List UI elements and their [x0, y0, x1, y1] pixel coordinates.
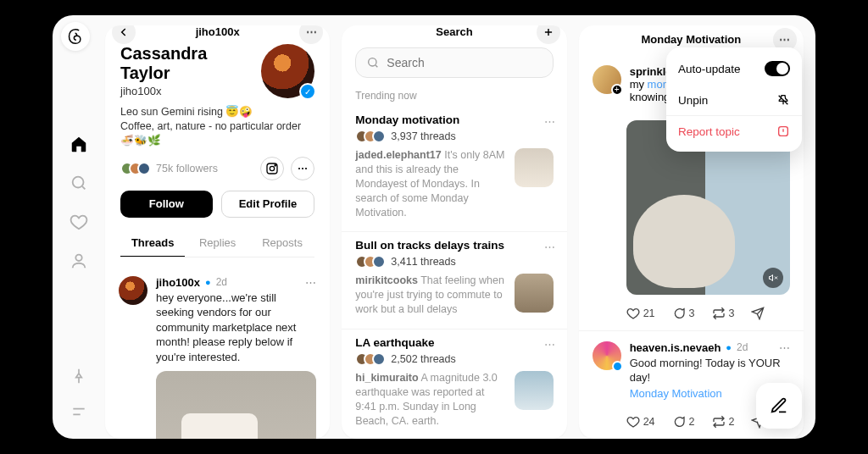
trend-count: 3,411 threads: [391, 256, 455, 268]
trend-thumbnail[interactable]: [515, 371, 554, 410]
profile-column-title: jiho100x: [196, 25, 240, 38]
search-icon: [366, 56, 380, 69]
share-button[interactable]: [751, 307, 765, 320]
like-button[interactable]: 21: [626, 307, 655, 320]
post-actions: 21 3 3: [579, 302, 804, 330]
auto-update-toggle[interactable]: [765, 61, 790, 76]
comment-button[interactable]: 2: [672, 415, 695, 429]
post-more-icon[interactable]: ⋯: [305, 276, 316, 289]
tab-reposts[interactable]: Reposts: [250, 230, 314, 257]
compose-button[interactable]: [756, 383, 802, 429]
post-avatar[interactable]: [119, 276, 147, 305]
svg-point-1: [75, 255, 81, 261]
trend-count: 3,937 threads: [391, 130, 455, 142]
report-icon: [776, 125, 790, 138]
search-column: Search Trending now Monday motivation ⋯ …: [342, 25, 566, 439]
repost-button[interactable]: 2: [712, 415, 735, 429]
post-username[interactable]: heaven.is.nevaeh: [630, 341, 721, 354]
profile-bio: Leo sun Gemini rising 😇🤪 Coffee, art, na…: [120, 105, 314, 148]
tab-replies[interactable]: Replies: [185, 230, 249, 257]
trend-thumbnail[interactable]: [515, 148, 554, 187]
svg-point-6: [302, 168, 303, 169]
mute-icon[interactable]: [763, 268, 783, 288]
like-button[interactable]: 24: [626, 415, 655, 429]
verified-icon: ●: [205, 277, 211, 287]
search-nav-icon[interactable]: [69, 173, 89, 193]
svg-point-4: [275, 164, 275, 165]
trend-count: 2,502 threads: [391, 353, 455, 365]
nav-rail: [53, 15, 105, 439]
follow-plus-icon[interactable]: +: [611, 84, 623, 96]
trend-sample: mirikitcooks That feeling when you're ju…: [355, 274, 505, 317]
trend-avatars: [355, 352, 386, 366]
trend-thumbnail[interactable]: [515, 274, 554, 313]
menu-auto-update[interactable]: Auto-update: [666, 53, 802, 85]
trending-label: Trending now: [342, 81, 566, 107]
add-column-button[interactable]: [537, 25, 560, 44]
post-timestamp: 2d: [737, 341, 748, 353]
post-text: hey everyone...we're still seeking vendo…: [156, 291, 316, 365]
home-icon[interactable]: [69, 134, 89, 154]
trend-avatars: [355, 130, 386, 143]
column-options-menu: Auto-update Unpin Report topic: [666, 47, 802, 152]
svg-point-7: [305, 168, 307, 169]
trend-more-icon[interactable]: ⋯: [544, 338, 555, 351]
trend-sample: hi_kimuraito A magnitude 3.0 earthquake …: [355, 371, 505, 429]
trend-avatars: [355, 255, 386, 269]
trend-sample: jaded.elephant17 It's only 8AM and this …: [355, 148, 505, 219]
svg-point-8: [369, 58, 376, 66]
post-avatar[interactable]: +: [593, 65, 621, 94]
verified-icon: ●: [726, 342, 732, 352]
threads-logo-icon[interactable]: [61, 22, 90, 51]
trend-item[interactable]: Bull on tracks delays trains ⋯ 3,411 thr…: [342, 231, 566, 329]
trend-more-icon[interactable]: ⋯: [544, 115, 555, 128]
unpin-icon: [776, 93, 790, 107]
display-name: Cassandra Taylor: [120, 44, 261, 83]
menu-report-topic[interactable]: Report topic: [666, 115, 802, 147]
svg-point-3: [270, 166, 275, 170]
trend-item[interactable]: LA earthquake ⋯ 2,502 threads hi_kimurai…: [342, 329, 566, 439]
followers-count[interactable]: 75k followers: [120, 162, 218, 175]
activity-icon[interactable]: [69, 212, 89, 232]
post-avatar[interactable]: [593, 341, 621, 370]
svg-point-5: [298, 168, 300, 169]
profile-handle: jiho100x: [120, 85, 261, 97]
verified-badge-icon: ✓: [299, 83, 316, 100]
edit-profile-button[interactable]: Edit Profile: [221, 191, 315, 218]
follower-avatars: [120, 162, 151, 175]
tab-threads[interactable]: Threads: [120, 230, 185, 257]
follow-button[interactable]: Follow: [120, 191, 213, 218]
post-image[interactable]: [156, 371, 316, 439]
profile-nav-icon[interactable]: [69, 251, 89, 271]
trend-title: Monday motivation: [355, 114, 553, 126]
profile-post[interactable]: jiho100x ● 2d ⋯ hey everyone...we're sti…: [105, 266, 330, 439]
search-column-header: Search: [342, 25, 566, 39]
profile-column: jiho100x ⋯ Cassandra Taylor jiho100x ✓ L…: [105, 25, 330, 439]
post-timestamp: 2d: [216, 276, 227, 288]
search-input-wrapper[interactable]: [355, 47, 553, 78]
post-text: Good morning! Today is YOUR day!: [630, 356, 790, 385]
repost-button[interactable]: 3: [712, 307, 735, 320]
verified-badge-icon: [612, 361, 623, 372]
pin-icon[interactable]: [69, 366, 89, 386]
post-more-icon[interactable]: ⋯: [779, 341, 790, 354]
topic-column-title: Monday Motivation: [641, 33, 741, 46]
menu-unpin[interactable]: Unpin: [666, 85, 802, 115]
profile-avatar[interactable]: ✓: [261, 44, 315, 98]
menu-lines-icon[interactable]: [69, 401, 89, 422]
search-column-title: Search: [436, 25, 472, 38]
post-username[interactable]: jiho100x: [156, 276, 200, 289]
trend-more-icon[interactable]: ⋯: [544, 241, 555, 253]
trend-title: LA earthquake: [355, 336, 553, 349]
comment-button[interactable]: 3: [672, 307, 695, 320]
profile-more-icon[interactable]: [291, 157, 314, 180]
trend-title: Bull on tracks delays trains: [355, 239, 553, 252]
svg-point-0: [73, 177, 84, 188]
trend-item[interactable]: Monday motivation ⋯ 3,937 threads jaded.…: [342, 107, 566, 231]
instagram-link-icon[interactable]: [260, 157, 284, 180]
search-input[interactable]: [387, 56, 542, 69]
profile-column-header: jiho100x ⋯: [105, 25, 330, 39]
